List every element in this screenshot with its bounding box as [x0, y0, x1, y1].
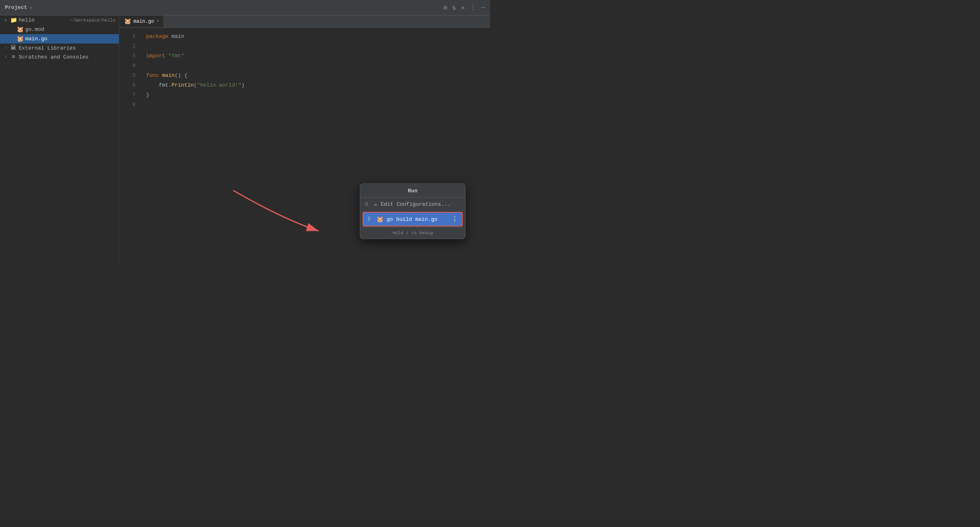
tab-close-icon[interactable]: × [156, 19, 159, 24]
tab-bar: 🐹main.go× [119, 15, 490, 28]
project-title[interactable]: Project [5, 4, 27, 11]
tab-main-go-tab[interactable]: 🐹main.go× [119, 15, 164, 27]
item-icon: 🐹 [376, 216, 383, 223]
title-bar: Project ∨ ⊕ ⇅ ✕ ⋮ — [0, 0, 490, 15]
code-token: func [146, 71, 162, 81]
line-number: 7 [119, 90, 136, 100]
item-more-icon[interactable]: ⋮ [451, 215, 458, 223]
file-icon: ≡ [10, 54, 17, 60]
run-popup-item-go-build[interactable]: 2🐹go build main.go⋮ [363, 212, 463, 226]
line-number: 5 [119, 71, 136, 81]
sidebar-item-main-go[interactable]: 🐹main.go [0, 34, 119, 44]
file-icon: 🏛 [10, 45, 17, 51]
minimize-icon[interactable]: — [481, 4, 485, 11]
line-numbers: 12345678 [119, 28, 140, 264]
title-bar-left: Project ∨ [5, 4, 32, 11]
shortcut-label: 2 [368, 216, 373, 222]
sidebar-item-go-mod[interactable]: 🐹go.mod [0, 25, 119, 34]
code-token: . [168, 81, 172, 90]
sidebar-item-label: hello [19, 17, 68, 23]
code-line [146, 61, 490, 71]
line-number: 2 [119, 41, 136, 51]
sidebar-item-scratches[interactable]: ›≡Scratches and Consoles [0, 52, 119, 61]
code-token: } [146, 90, 149, 100]
code-token: main [171, 32, 184, 41]
line-number: 1 [119, 32, 136, 41]
sidebar-item-ext-libs[interactable]: ›🏛External Libraries [0, 44, 119, 52]
file-icon: 📁 [10, 17, 17, 24]
tab-icon: 🐹 [124, 18, 131, 25]
chevron-icon: › [3, 55, 8, 59]
close-icon[interactable]: ✕ [461, 4, 465, 12]
shortcut-label: 0 [365, 202, 371, 207]
code-line: fmt.Println("hello world!") [146, 81, 490, 90]
sidebar-item-label: go.mod [25, 26, 116, 33]
code-token: main [162, 71, 175, 81]
chevron-icon: ∨ [3, 18, 8, 23]
sidebar-item-label: main.go [25, 36, 116, 42]
code-token: ( [194, 81, 197, 90]
code-line: ▶func main() { [146, 71, 490, 81]
arrows-icon[interactable]: ⇅ [452, 4, 456, 12]
path-hint: ~/Workspace/hello [70, 18, 116, 23]
run-popup-title: Run [360, 184, 465, 198]
code-line [146, 100, 490, 110]
code-token: "fmt" [168, 51, 184, 61]
sidebar-item-hello[interactable]: ∨📁hello~/Workspace/hello [0, 15, 119, 25]
chevron-icon: › [3, 46, 8, 50]
code-token [146, 81, 159, 90]
editor-area: 🐹main.go× 12345678 package mainimport "f… [119, 15, 490, 264]
title-bar-icons: ⊕ ⇅ ✕ ⋮ — [443, 4, 485, 12]
code-token: () { [175, 71, 187, 81]
line-number: 3 [119, 51, 136, 61]
line-number: 8 [119, 100, 136, 110]
tab-label: main.go [133, 19, 154, 24]
file-icon: 🐹 [16, 35, 24, 42]
code-line: } [146, 90, 490, 100]
code-line: import "fmt" [146, 51, 490, 61]
code-token: fmt [159, 81, 168, 90]
run-popup-item-edit-config[interactable]: 0✏️Edit Configurations... [360, 198, 465, 211]
item-label: go build main.go [387, 216, 448, 222]
code-token: import [146, 51, 168, 61]
code-line: package main [146, 32, 490, 41]
item-label: Edit Configurations... [381, 201, 460, 207]
sidebar: ∨📁hello~/Workspace/hello🐹go.mod🐹main.go›… [0, 15, 119, 264]
code-token: Println [171, 81, 194, 90]
sidebar-item-label: Scratches and Consoles [19, 54, 116, 60]
code-token: package [146, 32, 171, 41]
line-number: 6 [119, 81, 136, 90]
code-line [146, 41, 490, 51]
item-icon: ✏️ [374, 201, 377, 208]
file-icon: 🐹 [16, 26, 24, 33]
line-number: 4 [119, 61, 136, 71]
run-popup-footer: Hold ⇧ to Debug [360, 227, 465, 239]
code-token: "hello world!" [197, 81, 241, 90]
sidebar-item-label: External Libraries [19, 45, 116, 51]
more-icon[interactable]: ⋮ [470, 4, 476, 12]
title-chevron[interactable]: ∨ [30, 5, 32, 10]
code-token: ) [241, 81, 245, 90]
main-layout: ∨📁hello~/Workspace/hello🐹go.mod🐹main.go›… [0, 15, 490, 264]
run-popup: Run 0✏️Edit Configurations...2🐹go build … [360, 183, 466, 239]
add-icon[interactable]: ⊕ [443, 4, 447, 12]
